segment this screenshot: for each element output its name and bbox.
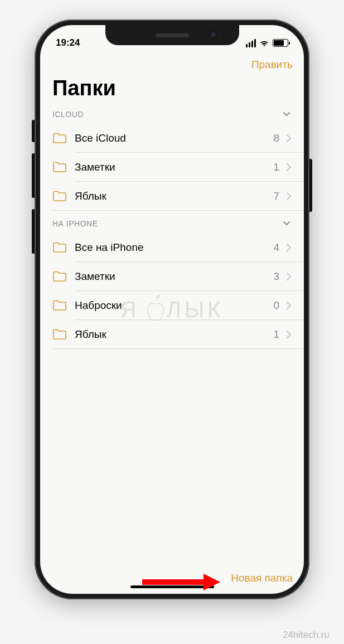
folder-icon (52, 271, 67, 282)
edit-button[interactable]: Править (251, 59, 293, 71)
chevron-down-icon (282, 219, 292, 229)
folder-row[interactable]: Заметки 3 (40, 262, 304, 291)
folder-row[interactable]: Наброски 0 (40, 291, 304, 320)
folder-label: Заметки (75, 161, 273, 173)
folder-row[interactable]: Яблык 7 (40, 182, 304, 211)
page-title: Папки (40, 74, 304, 107)
new-folder-button[interactable]: Новая папка (231, 572, 293, 584)
nav-bar: Править (40, 53, 304, 74)
folder-icon (52, 300, 67, 311)
folder-row[interactable]: Заметки 1 (40, 153, 304, 182)
section-header-icloud[interactable]: ICLOUD (40, 107, 304, 124)
folder-icon (52, 329, 67, 340)
folder-count: 4 (273, 241, 279, 254)
screen: 19:24 Править Папки ICLOUD (40, 25, 304, 594)
folder-count: 1 (273, 328, 279, 341)
section-header-iphone[interactable]: НА IPHONE (40, 211, 304, 233)
folder-icon (52, 191, 67, 202)
cellular-signal-icon (246, 39, 256, 47)
speaker-grille (156, 33, 189, 37)
chevron-right-icon (286, 134, 292, 143)
folder-icon (52, 162, 67, 173)
bottom-toolbar: Новая папка (40, 563, 304, 594)
folder-icon (52, 242, 67, 253)
folder-count: 3 (273, 270, 279, 283)
folder-icon (52, 133, 67, 144)
chevron-right-icon (286, 192, 292, 201)
status-time: 19:24 (56, 37, 80, 49)
chevron-right-icon (286, 272, 292, 281)
battery-icon (273, 39, 288, 47)
chevron-right-icon (286, 163, 292, 172)
folder-row[interactable]: Все iCloud 8 (40, 124, 304, 153)
home-indicator[interactable] (130, 585, 214, 588)
folder-list-iphone: Все на iPhone 4 Заметки 3 Наброски 0 (40, 233, 304, 349)
folder-label: Все на iPhone (75, 241, 273, 254)
chevron-right-icon (286, 301, 292, 310)
folder-label: Все iCloud (75, 132, 273, 144)
folder-label: Яблык (75, 190, 273, 202)
section-header-label: НА IPHONE (52, 219, 98, 228)
folder-count: 0 (273, 299, 279, 312)
notch (105, 25, 239, 45)
source-caption: 24hitech.ru (283, 630, 330, 641)
wifi-icon (259, 39, 269, 47)
empty-space (40, 349, 304, 563)
phone-frame: 19:24 Править Папки ICLOUD (35, 20, 309, 599)
folder-row[interactable]: Все на iPhone 4 (40, 233, 304, 262)
power-button (309, 159, 312, 212)
section-header-label: ICLOUD (52, 110, 84, 119)
folder-list-icloud: Все iCloud 8 Заметки 1 Яблык 7 (40, 124, 304, 211)
front-camera (209, 31, 217, 38)
folder-row[interactable]: Яблык 1 (40, 320, 304, 349)
volume-down-button (32, 209, 35, 254)
folder-count: 1 (273, 161, 279, 173)
chevron-right-icon (286, 243, 292, 252)
status-indicators (246, 39, 288, 47)
folder-label: Заметки (75, 270, 273, 283)
folder-label: Яблык (75, 328, 273, 341)
chevron-right-icon (286, 330, 292, 339)
folder-count: 7 (273, 190, 279, 202)
folder-count: 8 (273, 132, 279, 144)
chevron-down-icon (282, 109, 292, 119)
folder-label: Наброски (75, 299, 273, 312)
